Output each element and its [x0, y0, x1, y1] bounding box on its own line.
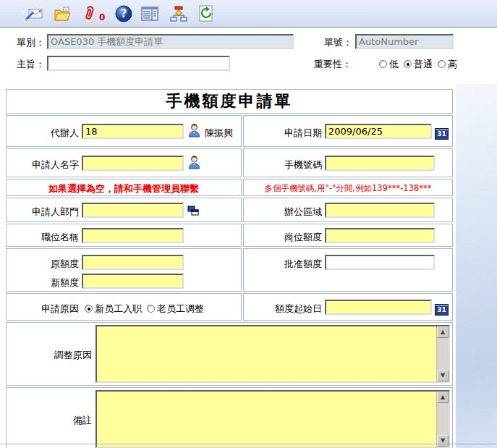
person-picker-icon[interactable]: [188, 123, 201, 136]
hint-right-text: 多個手機號碼,用"-"分開,例如139***-138***: [244, 183, 452, 194]
apply-date-input[interactable]: [325, 124, 432, 139]
approved-quota-input[interactable]: [325, 255, 435, 270]
scrollbar[interactable]: ▲ ▼: [436, 326, 449, 381]
list-view-icon[interactable]: [140, 4, 160, 24]
reason-label: 申請原因: [7, 303, 79, 316]
applicant-name-label: 申請人名字: [7, 159, 79, 172]
attachment-icon[interactable]: [79, 4, 99, 24]
help-icon[interactable]: ?: [114, 4, 134, 24]
approved-quota-cell: 批准額度: [243, 248, 453, 292]
hint-right-cell: 多個手機號碼,用"-"分開,例如139***-138***: [243, 179, 453, 196]
send-mail-icon[interactable]: [24, 4, 44, 24]
doc-no-label: 單號：: [311, 36, 352, 49]
priority-option-label: 低: [389, 59, 399, 69]
new-quota-label: 新額度: [7, 276, 79, 289]
scroll-up-icon[interactable]: ▲: [437, 326, 449, 338]
position-name-input[interactable]: [82, 228, 184, 243]
subject-label: 主旨：: [3, 58, 45, 71]
quota-start-input[interactable]: [325, 300, 432, 315]
refresh-icon[interactable]: [196, 4, 216, 24]
agent-person-name: 陳振興: [205, 127, 233, 140]
old-quota-input[interactable]: [82, 255, 184, 270]
position-name-label: 職位名稱: [7, 231, 79, 244]
scroll-down-icon[interactable]: ▼: [437, 435, 449, 447]
position-quota-cell: 崗位額度: [243, 224, 453, 247]
remark-textarea[interactable]: ▲ ▼: [95, 390, 450, 448]
old-quota-label: 原額度: [7, 258, 79, 271]
priority-label: 重要性：: [301, 58, 352, 71]
doc-no-field: [355, 34, 454, 49]
form-title: 手機額度申請單: [7, 90, 452, 113]
new-quota-input[interactable]: [82, 274, 184, 289]
page-background-gradient: [456, 84, 497, 448]
dept-label: 申請人部門: [7, 206, 79, 219]
quota-start-cell: 額度起始日 31: [243, 293, 453, 321]
dept-picker-icon[interactable]: [187, 206, 200, 219]
person-picker-icon[interactable]: [188, 155, 201, 168]
flow-chart-icon[interactable]: [169, 4, 189, 24]
adjust-reason-label: 調整原因: [7, 349, 92, 362]
priority-radio-low[interactable]: [379, 60, 387, 68]
scroll-up-icon[interactable]: ▲: [437, 392, 449, 403]
office-area-label: 辦公區域: [244, 206, 322, 219]
doc-type-label: 單別：: [3, 36, 45, 49]
position-quota-input[interactable]: [325, 228, 435, 243]
priority-radio-high[interactable]: [438, 60, 446, 68]
dept-cell: 申請人部門: [6, 198, 242, 222]
remark-label: 備註: [7, 414, 92, 427]
agent-cell: 代辦人 陳振興: [6, 115, 242, 147]
mobile-no-label: 手機號碼: [244, 159, 322, 172]
open-folder-icon[interactable]: [52, 4, 72, 24]
reason-cell: 申請原因 新员工入职老员工调整: [6, 293, 242, 321]
quota-cell: 原額度 新額度: [6, 248, 242, 292]
hint-left-cell: 如果選擇為空，請和手機管理員聯繫: [6, 179, 242, 196]
agent-label: 代辦人: [7, 127, 79, 140]
applicant-name-cell: 申請人名字: [6, 148, 242, 177]
attachment-count: 0: [99, 12, 105, 22]
priority-option-label: 普通: [414, 59, 433, 69]
reason-radio-group: 新员工入职老员工调整: [85, 303, 209, 316]
remark-cell: 備註 ▲ ▼: [6, 387, 453, 448]
office-area-cell: 辦公區域: [243, 198, 453, 222]
adjust-reason-cell: 調整原因 ▲ ▼: [6, 322, 453, 386]
form-title-row: 手機額度申請單: [6, 89, 453, 114]
doc-type-field: [47, 34, 294, 49]
applicant-name-input[interactable]: [82, 156, 184, 171]
reason-radio-old-employee[interactable]: [147, 305, 155, 313]
subject-input[interactable]: [47, 56, 230, 71]
scrollbar[interactable]: ▲ ▼: [436, 392, 449, 447]
position-quota-label: 崗位額度: [244, 231, 322, 244]
mobile-no-input[interactable]: [325, 156, 435, 171]
svg-text:?: ?: [121, 7, 127, 20]
hint-left-text: 如果選擇為空，請和手機管理員聯繫: [7, 182, 241, 195]
agent-input[interactable]: [82, 124, 184, 139]
calendar-icon[interactable]: 31: [435, 304, 449, 316]
priority-option-label: 高: [448, 59, 457, 69]
reason-option-label: 新员工入职: [95, 303, 142, 314]
quota-start-label: 額度起始日: [244, 303, 322, 316]
mobile-no-cell: 手機號碼: [243, 148, 453, 177]
apply-date-label: 申請日期: [244, 127, 322, 140]
apply-date-cell: 申請日期 31: [243, 115, 453, 147]
reason-radio-new-employee[interactable]: [85, 305, 93, 313]
toolbar: 0 ?: [0, 0, 497, 28]
approved-quota-label: 批准額度: [244, 258, 322, 271]
window-bottom-edge: [0, 444, 497, 444]
scroll-down-icon[interactable]: ▼: [437, 370, 449, 381]
dept-input[interactable]: [82, 203, 184, 218]
calendar-icon[interactable]: 31: [435, 128, 449, 140]
office-area-input[interactable]: [325, 203, 435, 218]
position-name-cell: 職位名稱: [6, 224, 242, 247]
priority-radio-normal[interactable]: [404, 60, 412, 68]
adjust-reason-textarea[interactable]: ▲ ▼: [95, 325, 450, 383]
priority-radio-group: 低普通高: [379, 58, 462, 71]
reason-option-label: 老员工调整: [157, 303, 204, 314]
